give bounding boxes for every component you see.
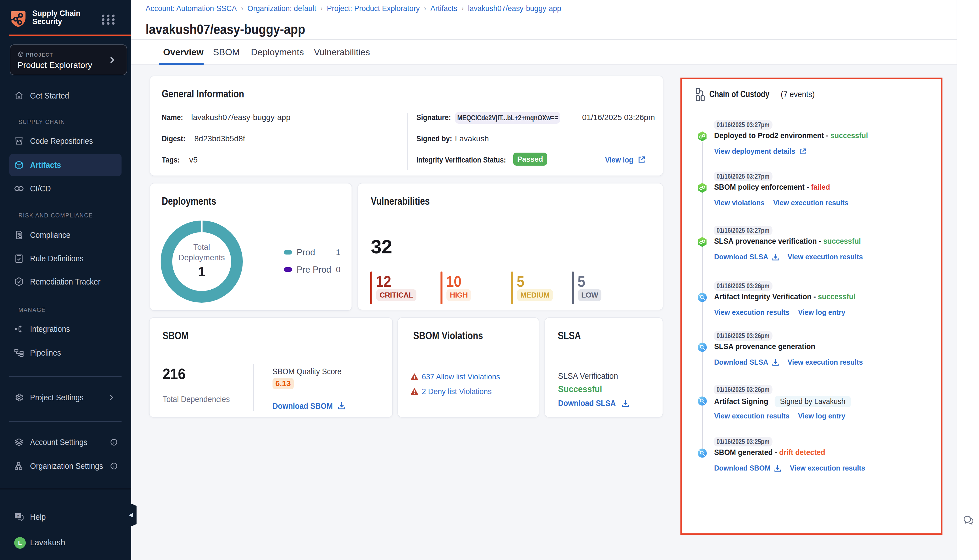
svg-text:?: ? <box>17 514 19 518</box>
